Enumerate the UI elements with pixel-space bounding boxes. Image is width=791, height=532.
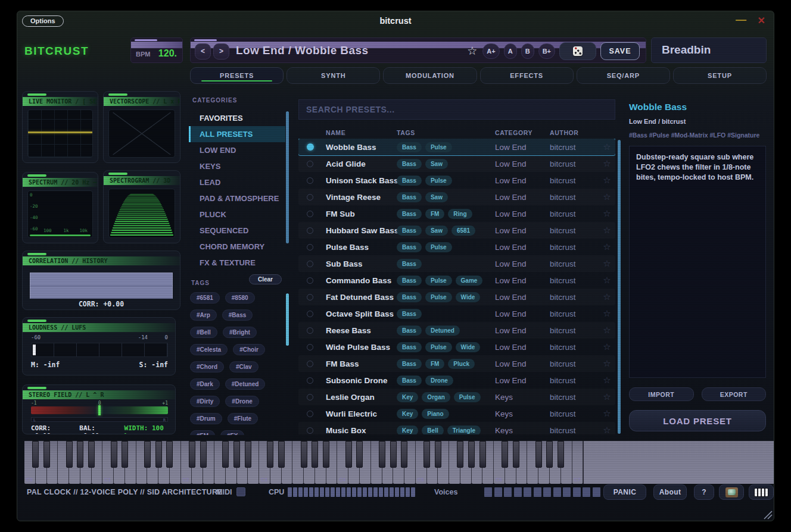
black-key[interactable]: [200, 441, 207, 468]
sidebar-item-pluck[interactable]: PLUCK: [189, 206, 285, 223]
black-key[interactable]: [122, 441, 128, 468]
black-key[interactable]: [423, 441, 430, 468]
black-key[interactable]: [43, 441, 50, 468]
radio-circle-icon[interactable]: [307, 294, 313, 301]
preset-row[interactable]: Music BoxKeyBellTriangleKeysbitcrust☆: [298, 422, 615, 434]
sidebar-item-sequenced[interactable]: SEQUENCED: [189, 223, 285, 239]
black-key[interactable]: [32, 441, 39, 468]
panic-button[interactable]: PANIC: [603, 484, 646, 500]
black-key[interactable]: [111, 441, 117, 468]
tags-scrollbar[interactable]: [286, 293, 289, 346]
tag-filter-detuned[interactable]: #Detuned: [225, 378, 266, 390]
black-key[interactable]: [278, 441, 285, 468]
favorite-star-icon[interactable]: ☆: [599, 208, 615, 219]
favorite-star-icon[interactable]: ☆: [599, 142, 615, 152]
sidebar-item-keys[interactable]: KEYS: [189, 158, 285, 174]
radio-circle-icon[interactable]: [307, 327, 313, 334]
black-key[interactable]: [301, 441, 307, 468]
black-key[interactable]: [546, 441, 553, 468]
compare-b-button[interactable]: B: [521, 43, 534, 59]
preset-row[interactable]: Leslie OrganKeyOrganPulseKeysbitcrust☆: [298, 389, 615, 405]
radio-circle-icon[interactable]: [307, 427, 313, 434]
black-key[interactable]: [312, 441, 318, 468]
black-key[interactable]: [502, 441, 508, 468]
radio-circle-icon[interactable]: [307, 361, 313, 367]
black-key[interactable]: [435, 441, 441, 468]
bpm-display[interactable]: BPM 120.: [130, 37, 183, 63]
radio-circle-icon[interactable]: [307, 244, 313, 251]
tag-filter-clav[interactable]: #Clav: [229, 361, 259, 373]
selected-dot-icon[interactable]: [307, 143, 314, 151]
sidebar-item-chord-memory[interactable]: CHORD MEMORY: [189, 239, 285, 255]
resize-handle[interactable]: [762, 509, 773, 520]
sidebar-item-lead[interactable]: LEAD: [189, 174, 285, 190]
sidebar-item-pad-atmosphere[interactable]: PAD & ATMOSPHERE: [189, 190, 285, 206]
load-preset-button[interactable]: LOAD PRESET: [629, 410, 766, 431]
black-key[interactable]: [401, 441, 407, 468]
black-key[interactable]: [457, 441, 463, 468]
favorite-star-icon[interactable]: ☆: [599, 358, 615, 369]
tag-filter-drone[interactable]: #Drone: [225, 396, 259, 407]
tag-filter-arp[interactable]: #Arp: [190, 309, 217, 321]
black-key[interactable]: [155, 441, 162, 468]
sidebar-item-fx-texture[interactable]: FX & TEXTURE: [189, 255, 285, 271]
preset-row[interactable]: Vintage ReeseBassSawLow Endbitcrust☆: [298, 189, 615, 205]
tab-synth[interactable]: SYNTH: [286, 67, 380, 84]
crt-display-button[interactable]: [719, 484, 744, 500]
col-name[interactable]: NAME: [326, 129, 397, 136]
favorite-star-icon[interactable]: ☆: [599, 308, 615, 319]
white-key[interactable]: C7: [572, 441, 584, 484]
sidebar-item-low-end[interactable]: LOW END: [189, 142, 285, 158]
preset-row[interactable]: Subsonic DroneBassDroneLow Endbitcrust☆: [298, 372, 615, 389]
tag-filter-bell[interactable]: #Bell: [190, 327, 217, 338]
black-key[interactable]: [513, 441, 519, 468]
tag-filter-celesta[interactable]: #Celesta: [190, 344, 228, 355]
sidebar-item-all-presets[interactable]: ALL PRESETS: [189, 126, 285, 142]
favorite-star-icon[interactable]: ☆: [599, 175, 615, 186]
radio-circle-icon[interactable]: [307, 211, 313, 217]
black-key[interactable]: [390, 441, 397, 468]
favorite-star-icon[interactable]: ☆: [599, 192, 615, 202]
black-key[interactable]: [468, 441, 475, 468]
compare-b-plus-button[interactable]: B+: [538, 43, 555, 59]
black-key[interactable]: [535, 441, 542, 468]
tag-filter-choir[interactable]: #Choir: [233, 344, 265, 355]
about-button[interactable]: About: [653, 484, 687, 500]
search-input[interactable]: [299, 100, 615, 119]
favorite-star-icon[interactable]: ☆: [599, 342, 615, 352]
preset-list-scrollbar[interactable]: [618, 140, 621, 434]
radio-circle-icon[interactable]: [307, 411, 313, 417]
col-author[interactable]: AUTHOR: [550, 129, 599, 136]
export-button[interactable]: EXPORT: [702, 387, 767, 401]
preset-row[interactable]: Fat Detuned BassBassPulseWideLow Endbitc…: [298, 289, 615, 305]
black-key[interactable]: [267, 441, 273, 468]
radio-circle-icon[interactable]: [307, 394, 313, 400]
col-category[interactable]: CATEGORY: [495, 129, 550, 136]
preset-row[interactable]: Pulse BassBassPulseLow Endbitcrust☆: [298, 239, 615, 255]
favorite-star-icon[interactable]: ☆: [599, 242, 615, 252]
col-tags[interactable]: TAGS: [397, 129, 495, 136]
next-preset-button[interactable]: >: [213, 43, 229, 60]
tag-filter-dark[interactable]: #Dark: [190, 378, 220, 390]
compare-a-plus-button[interactable]: A+: [482, 43, 499, 59]
save-button[interactable]: SAVE: [600, 42, 640, 60]
tag-filter-drum[interactable]: #Drum: [190, 413, 222, 424]
category-scrollbar[interactable]: [286, 111, 289, 243]
close-button[interactable]: ✕: [758, 15, 765, 26]
tab-presets[interactable]: PRESETS: [190, 67, 284, 84]
black-key[interactable]: [222, 441, 229, 468]
favorite-star-icon[interactable]: ☆: [599, 375, 615, 386]
favorite-star-icon[interactable]: ☆: [599, 392, 615, 402]
favorite-star-icon[interactable]: ☆: [599, 425, 615, 434]
tag-filter-fx[interactable]: #FX: [220, 430, 244, 435]
tab-setup[interactable]: SETUP: [673, 67, 767, 84]
preset-row[interactable]: Reese BassBassDetunedLow Endbitcrust☆: [298, 322, 615, 339]
help-button[interactable]: ?: [694, 484, 714, 500]
prev-preset-button[interactable]: <: [195, 43, 211, 60]
tag-filter-fm[interactable]: #FM: [190, 430, 215, 435]
preset-row[interactable]: FM SubBassFMRingLow Endbitcrust☆: [298, 205, 615, 222]
radio-circle-icon[interactable]: [307, 177, 313, 184]
live-monitor-title[interactable]: LIVE MONITOR / [ SETUP ]: [23, 98, 98, 105]
black-key[interactable]: [479, 441, 486, 468]
black-key[interactable]: [166, 441, 173, 468]
